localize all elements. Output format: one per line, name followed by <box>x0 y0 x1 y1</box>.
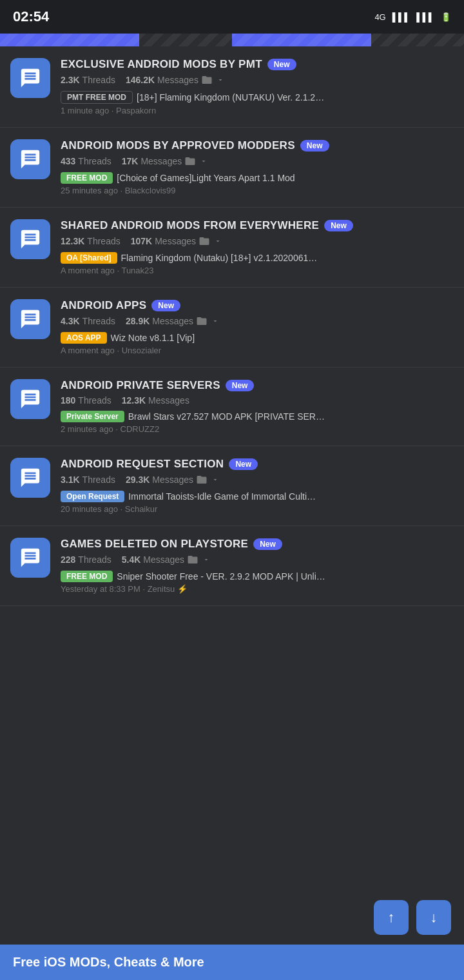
forum-item-android-mods-approved[interactable]: ANDROID MODS BY APPROVED MODDERS New 433… <box>0 128 464 208</box>
forum-icon-android-apps <box>10 299 50 339</box>
fab-buttons: ↑ ↓ <box>374 900 451 935</box>
forum-icon-android-request-section <box>10 458 50 498</box>
last-post-title-android-mods-approved: [Choice of Games]Light Years Apart 1.1 M… <box>117 173 295 183</box>
forum-title-android-apps: ANDROID APPS <box>61 299 146 312</box>
message-count-android-request-section: 29.3K <box>126 475 150 485</box>
post-tag-games-deleted-playstore: FREE MOD <box>61 571 113 582</box>
last-post-title-android-private-servers: Brawl Stars v27.527 MOD APK [PRIVATE SER… <box>128 411 325 422</box>
forum-content-android-mods-approved: ANDROID MODS BY APPROVED MODDERS New 433… <box>61 139 454 195</box>
forum-title-android-private-servers: ANDROID PRIVATE SERVERS <box>61 379 220 392</box>
forum-content-android-private-servers: ANDROID PRIVATE SERVERS New 180 Threads … <box>61 379 454 434</box>
new-badge-android-apps: New <box>151 300 180 311</box>
new-badge-games-deleted-playstore: New <box>253 538 282 550</box>
status-bar: 02:54 4G ▌▌▌ ▌▌▌ 🔋 <box>0 0 464 34</box>
forum-icon-android-private-servers <box>10 379 50 419</box>
forum-icon-exclusive-android-mods <box>10 58 50 98</box>
last-post-meta-shared-android-mods: A moment ago · Tunak23 <box>61 266 454 275</box>
last-post-title-games-deleted-playstore: Sniper Shooter Free - VER. 2.9.2 MOD APK… <box>117 571 325 582</box>
new-badge-android-private-servers: New <box>226 380 255 391</box>
message-count-shared-android-mods: 107K <box>131 236 152 246</box>
last-post-row-shared-android-mods: OA [Shared] Flaming Kingdom (Nutaku) [18… <box>61 252 454 264</box>
message-count-android-apps: 28.9K <box>126 316 150 326</box>
post-tag-android-request-section: Open Request <box>61 491 124 502</box>
last-post-title-shared-android-mods: Flaming Kingdom (Nutaku) [18+] v2.1.2020… <box>121 253 318 263</box>
forum-item-android-request-section[interactable]: ANDROID REQUEST SECTION New 3.1K Threads… <box>0 446 464 526</box>
forum-stats-android-request-section: 3.1K Threads 29.3K Messages <box>61 474 454 485</box>
bottom-banner-text: Free iOS MODs, Cheats & More <box>13 955 204 970</box>
forum-item-android-private-servers[interactable]: ANDROID PRIVATE SERVERS New 180 Threads … <box>0 368 464 446</box>
message-count-games-deleted-playstore: 5.4K <box>122 554 141 565</box>
last-post-row-android-request-section: Open Request Immortal Taoists-Idle Game … <box>61 491 454 502</box>
signal-icon-2: ▌▌▌ <box>416 12 434 22</box>
forum-content-shared-android-mods: SHARED ANDROID MODS FROM EVERYWHERE New … <box>61 219 454 275</box>
forum-stats-exclusive-android-mods: 2.3K Threads 146.2K Messages <box>61 74 454 86</box>
message-count-exclusive-android-mods: 146.2K <box>126 75 155 85</box>
new-badge-android-mods-approved: New <box>300 140 329 152</box>
post-tag-android-apps: AOS APP <box>61 332 107 344</box>
last-post-title-android-apps: Wiz Note v8.1.1 [Vip] <box>111 333 195 343</box>
network-label: 4G <box>374 12 385 22</box>
new-badge-exclusive-android-mods: New <box>267 59 296 70</box>
forum-title-games-deleted-playstore: GAMES DELETED ON PLAYSTORE <box>61 538 248 551</box>
last-post-meta-android-request-section: 20 minutes ago · Schaikur <box>61 504 454 514</box>
last-post-title-exclusive-android-mods: [18+] Flaming Kingdom (NUTAKU) Ver. 2.1.… <box>137 92 324 103</box>
thread-count-shared-android-mods: 12.3K <box>61 236 84 246</box>
forum-item-android-apps[interactable]: ANDROID APPS New 4.3K Threads 28.9K Mess… <box>0 288 464 368</box>
new-badge-android-request-section: New <box>229 458 258 470</box>
forum-title-android-request-section: ANDROID REQUEST SECTION <box>61 458 224 471</box>
forum-item-shared-android-mods[interactable]: SHARED ANDROID MODS FROM EVERYWHERE New … <box>0 208 464 288</box>
forum-content-android-request-section: ANDROID REQUEST SECTION New 3.1K Threads… <box>61 458 454 514</box>
last-post-row-android-private-servers: Private Server Brawl Stars v27.527 MOD A… <box>61 411 454 422</box>
forum-title-android-mods-approved: ANDROID MODS BY APPROVED MODDERS <box>61 139 295 152</box>
thread-count-android-private-servers: 180 <box>61 395 75 406</box>
forum-item-games-deleted-playstore[interactable]: GAMES DELETED ON PLAYSTORE New 228 Threa… <box>0 526 464 606</box>
thread-count-android-mods-approved: 433 <box>61 156 75 166</box>
battery-icon: 🔋 <box>441 12 451 22</box>
scroll-up-button[interactable]: ↑ <box>374 900 409 935</box>
post-tag-android-mods-approved: FREE MOD <box>61 172 113 184</box>
forum-content-android-apps: ANDROID APPS New 4.3K Threads 28.9K Mess… <box>61 299 454 355</box>
scroll-down-button[interactable]: ↓ <box>416 900 451 935</box>
forum-list: EXCLUSIVE ANDROID MODS BY PMT New 2.3K T… <box>0 46 464 606</box>
new-badge-shared-android-mods: New <box>324 220 353 231</box>
status-icons: 4G ▌▌▌ ▌▌▌ 🔋 <box>374 12 451 22</box>
thread-count-games-deleted-playstore: 228 <box>61 554 75 565</box>
last-post-row-android-apps: AOS APP Wiz Note v8.1.1 [Vip] <box>61 332 454 344</box>
forum-icon-games-deleted-playstore <box>10 538 50 578</box>
top-decoration <box>0 34 464 46</box>
last-post-title-android-request-section: Immortal Taoists-Idle Game of Immortal C… <box>128 491 316 502</box>
last-post-meta-android-private-servers: 2 minutes ago · CDRUZZ2 <box>61 424 454 434</box>
thread-count-android-apps: 4.3K <box>61 316 80 326</box>
forum-title-shared-android-mods: SHARED ANDROID MODS FROM EVERYWHERE <box>61 219 319 232</box>
thread-count-android-request-section: 3.1K <box>61 475 80 485</box>
post-tag-shared-android-mods: OA [Shared] <box>61 252 117 264</box>
thread-count-exclusive-android-mods: 2.3K <box>61 75 80 85</box>
last-post-row-android-mods-approved: FREE MOD [Choice of Games]Light Years Ap… <box>61 172 454 184</box>
last-post-meta-android-mods-approved: 25 minutes ago · Blackclovis99 <box>61 186 454 195</box>
forum-stats-android-private-servers: 180 Threads 12.3K Messages <box>61 395 454 406</box>
last-post-row-exclusive-android-mods: PMT FREE MOD [18+] Flaming Kingdom (NUTA… <box>61 91 454 104</box>
last-post-row-games-deleted-playstore: FREE MOD Sniper Shooter Free - VER. 2.9.… <box>61 571 454 582</box>
message-count-android-private-servers: 12.3K <box>122 395 146 406</box>
forum-content-games-deleted-playstore: GAMES DELETED ON PLAYSTORE New 228 Threa… <box>61 538 454 594</box>
forum-icon-shared-android-mods <box>10 219 50 259</box>
forum-stats-games-deleted-playstore: 228 Threads 5.4K Messages <box>61 554 454 565</box>
last-post-meta-games-deleted-playstore: Yesterday at 8:33 PM · Zenitsu ⚡ <box>61 584 454 594</box>
forum-icon-android-mods-approved <box>10 139 50 179</box>
bottom-banner[interactable]: Free iOS MODs, Cheats & More <box>0 945 464 980</box>
signal-icon: ▌▌▌ <box>392 12 411 22</box>
forum-content-exclusive-android-mods: EXCLUSIVE ANDROID MODS BY PMT New 2.3K T… <box>61 58 454 115</box>
post-tag-exclusive-android-mods: PMT FREE MOD <box>61 91 133 104</box>
message-count-android-mods-approved: 17K <box>122 156 139 166</box>
last-post-meta-exclusive-android-mods: 1 minute ago · Paspakorn <box>61 106 454 115</box>
status-time: 02:54 <box>13 8 49 25</box>
forum-title-exclusive-android-mods: EXCLUSIVE ANDROID MODS BY PMT <box>61 58 262 71</box>
forum-stats-android-mods-approved: 433 Threads 17K Messages <box>61 155 454 167</box>
forum-item-exclusive-android-mods[interactable]: EXCLUSIVE ANDROID MODS BY PMT New 2.3K T… <box>0 46 464 128</box>
post-tag-android-private-servers: Private Server <box>61 411 124 422</box>
forum-stats-shared-android-mods: 12.3K Threads 107K Messages <box>61 235 454 247</box>
forum-stats-android-apps: 4.3K Threads 28.9K Messages <box>61 315 454 327</box>
last-post-meta-android-apps: A moment ago · Unsozialer <box>61 346 454 355</box>
